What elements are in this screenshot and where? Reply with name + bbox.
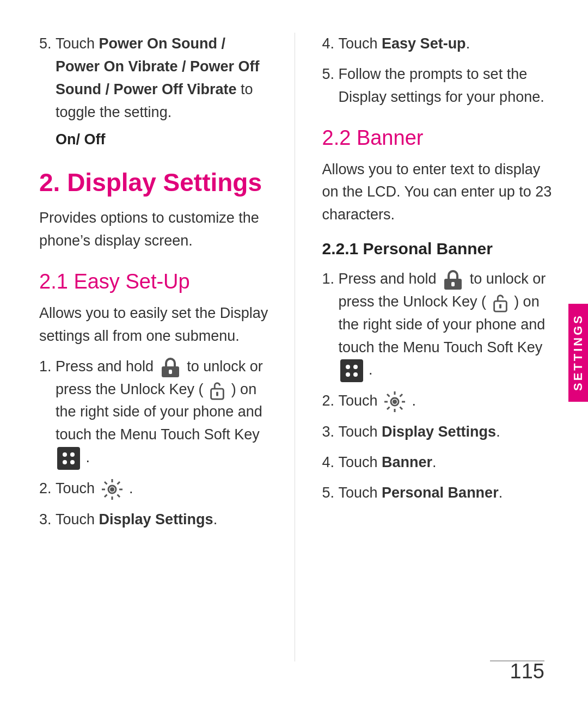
settings-sidebar-tab: SETTINGS: [568, 304, 588, 402]
svg-rect-1: [169, 370, 172, 374]
step-5-power: 5. Touch Power On Sound / Power On Vibra…: [39, 33, 273, 124]
svg-point-27: [353, 372, 358, 377]
left-step3-num: 3.: [39, 508, 56, 531]
right-step4-text: Touch Easy Set-up.: [339, 33, 556, 56]
subsection21-title: 2.1 Easy Set-Up: [39, 270, 273, 293]
svg-line-36: [387, 407, 390, 410]
svg-rect-3: [216, 391, 218, 396]
svg-point-37: [393, 400, 397, 404]
sidebar-tab-label: SETTINGS: [571, 314, 585, 391]
two-col-layout: 5. Touch Power On Sound / Power On Vibra…: [39, 33, 555, 661]
unlock-key-icon-right: [492, 293, 509, 312]
menu-softkey-icon: [57, 447, 80, 470]
right-banner-step3-text: Touch Display Settings.: [339, 421, 556, 444]
unlock-key-icon: [209, 381, 225, 400]
easy-setup-bold: Easy Set-up: [382, 35, 466, 52]
lock-icon: [160, 357, 181, 378]
svg-line-34: [400, 407, 403, 410]
svg-point-25: [353, 365, 358, 369]
step5-text: Touch Power On Sound / Power On Vibrate …: [56, 33, 273, 124]
step5-num: 5.: [39, 33, 56, 56]
settings-icon-right: [383, 390, 406, 413]
left-step3-text: Touch Display Settings.: [56, 508, 273, 531]
svg-point-26: [346, 372, 350, 377]
right-banner-step4-num: 4.: [322, 451, 339, 474]
subsubsection221-title: 2.2.1 Personal Banner: [322, 240, 556, 258]
left-step2-num: 2.: [39, 477, 56, 500]
right-banner-step2: 2. Touch: [322, 390, 556, 413]
settings-icon-left: [101, 478, 124, 501]
on-off-label: On/ Off: [56, 131, 273, 148]
svg-point-18: [110, 487, 114, 492]
svg-rect-4: [57, 447, 80, 470]
right-column: 4. Touch Easy Set-up. 5. Follow the prom…: [295, 33, 556, 661]
right-step4-num: 4.: [322, 33, 339, 56]
svg-line-17: [105, 494, 107, 497]
right-banner-step4: 4. Touch Banner.: [322, 451, 556, 474]
right-banner-step1-num: 1.: [322, 268, 339, 291]
left-step3: 3. Touch Display Settings.: [39, 508, 273, 531]
main-content: 5. Touch Power On Sound / Power On Vibra…: [0, 0, 588, 705]
left-step1: 1. Press and hold to unlock or press the…: [39, 355, 273, 470]
right-banner-step4-text: Touch Banner.: [339, 451, 556, 474]
svg-line-35: [400, 394, 403, 397]
personal-banner-bold: Personal Banner: [382, 485, 499, 501]
right-banner-step3: 3. Touch Display Settings.: [322, 421, 556, 444]
right-step5: 5. Follow the prompts to set the Display…: [322, 63, 556, 109]
left-step2-text: Touch: [56, 477, 273, 501]
page-number: 115: [510, 660, 544, 683]
right-banner-step5: 5. Touch Personal Banner.: [322, 482, 556, 505]
svg-line-14: [105, 482, 107, 485]
right-banner-step1-text: Press and hold to unlock or press the Un…: [339, 268, 556, 382]
svg-point-24: [346, 365, 350, 369]
left-step1-num: 1.: [39, 355, 56, 378]
right-banner-step2-text: Touch: [339, 390, 556, 413]
section2-title: 2. Display Settings: [39, 168, 273, 197]
svg-line-16: [117, 482, 120, 485]
right-banner-step5-num: 5.: [322, 482, 339, 505]
subsection22-desc: Allows you to enter text to display on t…: [322, 158, 556, 227]
right-banner-step3-num: 3.: [322, 421, 339, 444]
right-step5-num: 5.: [322, 63, 339, 86]
svg-point-5: [63, 452, 67, 457]
svg-rect-20: [451, 282, 455, 286]
svg-line-15: [117, 494, 120, 497]
page-container: 5. Touch Power On Sound / Power On Vibra…: [0, 0, 588, 705]
svg-rect-23: [340, 359, 363, 382]
left-step1-text: Press and hold to unlock or press the Un…: [56, 355, 273, 470]
right-step5-text: Follow the prompts to set the Display se…: [339, 63, 556, 109]
right-banner-step1: 1. Press and hold to unlock or press the…: [322, 268, 556, 382]
left-column: 5. Touch Power On Sound / Power On Vibra…: [39, 33, 295, 661]
banner-bold: Banner: [382, 454, 432, 470]
svg-point-7: [63, 460, 67, 464]
menu-softkey-icon-right: [340, 359, 363, 382]
svg-point-6: [70, 452, 75, 457]
lock-icon-right: [442, 269, 464, 291]
subsection21-desc: Allows you to easily set the Display set…: [39, 302, 273, 348]
svg-line-33: [387, 394, 390, 397]
svg-point-8: [70, 460, 75, 464]
right-banner-step5-text: Touch Personal Banner.: [339, 482, 556, 505]
svg-rect-22: [499, 304, 501, 309]
left-step2: 2. Touch: [39, 477, 273, 501]
right-banner-step2-num: 2.: [322, 390, 339, 413]
subsection22-title: 2.2 Banner: [322, 126, 556, 150]
section2-desc: Provides options to customize the phone’…: [39, 207, 273, 253]
right-step4: 4. Touch Easy Set-up.: [322, 33, 556, 56]
